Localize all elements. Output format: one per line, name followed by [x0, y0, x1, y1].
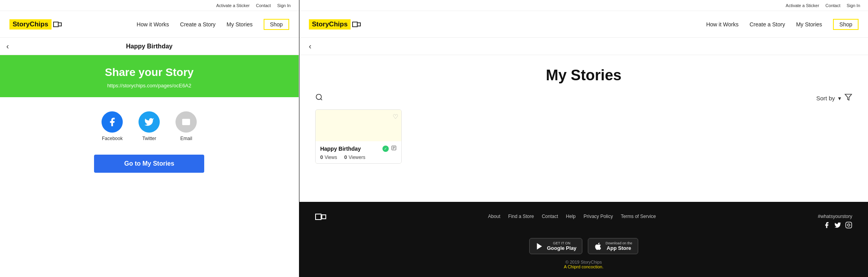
right-nav: StoryChips How it Works Create a Story M…	[299, 11, 868, 38]
story-card-name: Happy Birthday	[320, 146, 361, 152]
footer-links: About Find a Store Contact Help Privacy …	[488, 214, 656, 219]
nav-create-story[interactable]: Create a Story	[180, 21, 216, 28]
footer-facebook-icon[interactable]	[823, 222, 830, 230]
go-btn-container: Go to My Stories	[0, 151, 299, 185]
share-heading: Share your Story	[8, 66, 291, 79]
facebook-icon-circle	[102, 111, 123, 133]
right-contact-link[interactable]: Contact	[826, 3, 840, 8]
footer-copyright: © 2019 StoryChips A Chiprd concoction.	[315, 260, 852, 269]
share-twitter[interactable]: Twitter	[139, 111, 160, 141]
right-topbar: Activate a Sticker Contact Sign In	[299, 0, 868, 11]
footer-about[interactable]: About	[488, 214, 500, 219]
google-play-name: Google Play	[547, 245, 576, 251]
app-store-name: App Store	[606, 245, 632, 251]
svg-marker-9	[537, 243, 542, 249]
my-stories-content: My Stories Sort by ▾ ♡	[299, 55, 868, 202]
activate-sticker-link[interactable]: Activate a Sticker	[216, 3, 250, 8]
sort-dropdown[interactable]: ▾	[838, 95, 841, 102]
footer-logo-sq2	[321, 214, 326, 219]
left-page-header: ‹ Happy Birthday	[0, 38, 299, 55]
share-facebook[interactable]: Facebook	[102, 111, 123, 141]
story-card-stats: 0 Views 0 Viewers	[320, 154, 397, 160]
app-store-button[interactable]: Download on the App Store	[588, 238, 638, 254]
nav-how-it-works[interactable]: How it Works	[137, 21, 169, 28]
right-signin-link[interactable]: Sign In	[847, 3, 860, 8]
my-stories-title: My Stories	[315, 67, 852, 84]
nav-my-stories[interactable]: My Stories	[227, 21, 253, 28]
signin-link[interactable]: Sign In	[277, 3, 290, 8]
chiprd-link[interactable]: A Chiprd concoction.	[564, 264, 604, 269]
right-nav-my-stories[interactable]: My Stories	[796, 21, 822, 28]
story-card-actions	[382, 145, 397, 152]
right-nav-how-it-works[interactable]: How it Works	[706, 21, 739, 28]
right-nav-create-story[interactable]: Create a Story	[750, 21, 785, 28]
sort-label: Sort by	[816, 95, 835, 102]
logo-icon	[53, 22, 62, 27]
footer-store-buttons: GET IT ON Google Play Download on the Ap…	[315, 238, 852, 254]
email-icon	[181, 117, 191, 127]
nav-shop[interactable]: Shop	[264, 19, 289, 30]
google-play-text: GET IT ON Google Play	[547, 241, 576, 251]
story-card-menu-button[interactable]	[391, 145, 397, 152]
viewers-label: Viewers	[349, 155, 365, 160]
footer-twitter-icon[interactable]	[834, 222, 841, 230]
footer: About Find a Store Contact Help Privacy …	[299, 202, 868, 277]
story-card: ♡ Happy Birthday	[315, 109, 402, 164]
google-play-top-text: GET IT ON	[547, 241, 576, 245]
left-back-arrow[interactable]: ‹	[6, 42, 9, 51]
google-play-button[interactable]: GET IT ON Google Play	[529, 238, 582, 254]
right-logo-text: StoryChips	[309, 19, 351, 30]
views-count: 0	[320, 154, 323, 160]
email-label: Email	[180, 136, 192, 141]
footer-privacy[interactable]: Privacy Policy	[584, 214, 613, 219]
twitter-label: Twitter	[142, 136, 156, 141]
facebook-icon	[107, 117, 117, 127]
filter-svg-icon	[844, 93, 852, 101]
apple-icon	[594, 242, 602, 251]
sort-filter-group: Sort by ▾	[816, 93, 852, 103]
stories-toolbar: Sort by ▾	[315, 93, 852, 103]
footer-help[interactable]: Help	[566, 214, 576, 219]
footer-social-icons	[818, 222, 852, 230]
story-card-body: Happy Birthday	[316, 141, 401, 163]
go-to-my-stories-button[interactable]: Go to My Stories	[94, 155, 204, 173]
twitter-icon-circle	[139, 111, 160, 133]
footer-terms[interactable]: Terms of Service	[621, 214, 656, 219]
right-back-arrow[interactable]: ‹	[309, 42, 312, 51]
left-nav-links: How it Works Create a Story My Stories S…	[137, 19, 289, 30]
share-email[interactable]: Email	[175, 111, 197, 141]
footer-social: #whatsyourstory	[818, 214, 852, 230]
footer-logo	[315, 214, 326, 220]
views-label: Views	[325, 155, 337, 160]
right-logo-sq2	[357, 22, 361, 26]
search-button[interactable]	[315, 93, 323, 103]
svg-line-1	[321, 99, 322, 100]
google-play-icon	[535, 242, 544, 251]
right-nav-shop[interactable]: Shop	[833, 19, 859, 30]
share-icons: Facebook Twitter Email	[0, 97, 299, 151]
left-topbar: Activate a Sticker Contact Sign In	[0, 0, 299, 11]
facebook-label: Facebook	[102, 136, 123, 141]
right-logo-icon	[352, 22, 361, 27]
viewers-stat: 0 Viewers	[344, 154, 366, 160]
left-page-title: Happy Birthday	[126, 43, 172, 50]
left-logo: StoryChips	[9, 19, 62, 30]
logo-text: StoryChips	[9, 19, 52, 30]
footer-logo-sq1	[315, 214, 321, 220]
right-nav-links: How it Works Create a Story My Stories S…	[706, 19, 859, 30]
left-panel: Activate a Sticker Contact Sign In Story…	[0, 0, 299, 277]
left-nav: StoryChips How it Works Create a Story M…	[0, 11, 299, 38]
twitter-icon	[144, 117, 154, 127]
story-card-top: ♡	[316, 110, 401, 141]
heart-icon[interactable]: ♡	[393, 113, 398, 120]
footer-contact[interactable]: Contact	[542, 214, 558, 219]
story-card-title-row: Happy Birthday	[320, 145, 397, 152]
footer-find-store[interactable]: Find a Store	[508, 214, 534, 219]
filter-icon[interactable]	[844, 93, 852, 103]
contact-link[interactable]: Contact	[256, 3, 271, 8]
footer-instagram-icon[interactable]	[845, 222, 852, 230]
svg-point-0	[316, 94, 321, 100]
app-store-top-text: Download on the	[606, 241, 632, 245]
right-back-row: ‹	[299, 38, 868, 55]
right-activate-sticker-link[interactable]: Activate a Sticker	[786, 3, 819, 8]
